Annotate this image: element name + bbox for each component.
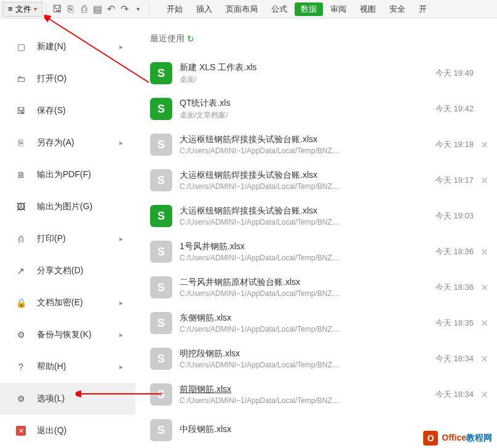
sidebar-item-label: 打开(O) (37, 73, 66, 84)
file-info: 大运枢纽钢筋焊接接头试验台账.xlsxC:/Users/ADMINI~1/App… (180, 134, 429, 155)
file-name: 大运枢纽钢筋焊接接头试验台账.xlsx (180, 206, 429, 217)
file-info: 前期钢筋.xlsxC:/Users/ADMINI~1/AppData/Local… (180, 384, 429, 405)
file-name: QT统计表.xls (180, 98, 429, 109)
sidebar-item[interactable]: ⎙打印(P)▸ (0, 223, 135, 255)
sidebar-item[interactable]: ⚙备份与恢复(K)▸ (0, 319, 135, 351)
sidebar-item-label: 选项(L) (37, 393, 65, 404)
remove-icon[interactable]: ✕ (480, 246, 488, 258)
remove-icon[interactable]: ✕ (480, 389, 488, 401)
remove-icon[interactable]: ✕ (480, 318, 488, 329)
spreadsheet-icon: S (150, 348, 172, 370)
chevron-right-icon: ▸ (119, 330, 123, 339)
ribbon-tab[interactable]: 安全 (383, 2, 412, 17)
spreadsheet-icon: S (150, 312, 172, 334)
file-path: 桌面/ (180, 74, 429, 85)
sidebar-item-label: 备份与恢复(K) (37, 329, 92, 340)
file-path: C:/Users/ADMINI~1/AppData/Local/Temp/BNZ… (180, 254, 429, 262)
ribbon-tab[interactable]: 数据 (295, 2, 323, 16)
sidebar-item-label: 退出(Q) (37, 425, 66, 436)
file-time: 今天 18:36 (435, 246, 474, 257)
sidebar-item[interactable]: ✕退出(Q) (0, 415, 135, 447)
remove-icon[interactable]: ✕ (480, 282, 488, 294)
file-info: 二号风井钢筋原材试验台账.xlsxC:/Users/ADMINI~1/AppDa… (180, 277, 429, 298)
recent-file-row[interactable]: S中段钢筋.xlsx (150, 412, 492, 448)
ribbon-tab[interactable]: 插入 (190, 2, 218, 17)
recent-file-row[interactable]: S明挖段钢筋.xlsxC:/Users/ADMINI~1/AppData/Loc… (150, 341, 492, 377)
toolbar-separator (149, 3, 149, 15)
sidebar-item[interactable]: 🖫保存(S) (0, 95, 135, 127)
chevron-right-icon: ▸ (119, 298, 123, 307)
backup-icon: ⚙ (15, 329, 27, 341)
spreadsheet-icon: S (150, 62, 172, 84)
sidebar-item[interactable]: 🖼输出为图片(G) (0, 191, 135, 223)
file-time: 今天 18:35 (435, 318, 474, 329)
chevron-right-icon: ▸ (119, 138, 123, 147)
print-preview-icon[interactable]: ▤ (93, 4, 103, 14)
recent-file-row[interactable]: S东侧钢筋.xlsxC:/Users/ADMINI~1/AppData/Loca… (150, 305, 492, 341)
dropdown-icon[interactable]: ▾ (133, 4, 143, 14)
file-name: 大运枢纽钢筋焊接接头试验台账.xlsx (180, 170, 429, 181)
recent-file-row[interactable]: S新建 XLS 工作表.xls桌面/今天 19:49 (150, 55, 492, 91)
spreadsheet-icon: S (150, 169, 172, 191)
sidebar-item[interactable]: ⎘另存为(A)▸ (0, 127, 135, 159)
file-time: 今天 19:42 (435, 103, 474, 114)
recent-file-row[interactable]: SQT统计表.xls桌面/文章档案/今天 19:42 (150, 91, 492, 127)
recent-file-row[interactable]: S前期钢筋.xlsxC:/Users/ADMINI~1/AppData/Loca… (150, 377, 492, 412)
sidebar-item[interactable]: ⚙选项(L) (0, 383, 135, 415)
file-info: 东侧钢筋.xlsxC:/Users/ADMINI~1/AppData/Local… (180, 313, 429, 334)
undo-icon[interactable]: ↶ (106, 4, 116, 14)
file-name: 中段钢筋.xlsx (180, 424, 467, 435)
save-as-icon[interactable]: ⎘ (66, 4, 76, 14)
file-menu-label: 文件 (15, 4, 31, 15)
ribbon-tab[interactable]: 开始 (161, 2, 189, 17)
encrypt-icon: 🔒 (15, 297, 27, 309)
ribbon-tab[interactable]: 视图 (354, 2, 382, 17)
recent-file-row[interactable]: S1号风井钢筋.xlsxC:/Users/ADMINI~1/AppData/Lo… (150, 234, 492, 270)
file-info: QT统计表.xls桌面/文章档案/ (180, 98, 429, 121)
sidebar-item[interactable]: 🔒文档加密(E)▸ (0, 287, 135, 319)
spreadsheet-icon: S (150, 134, 172, 156)
redo-icon[interactable]: ↷ (120, 4, 130, 14)
spreadsheet-icon: S (150, 419, 172, 441)
file-info: 新建 XLS 工作表.xls桌面/ (180, 62, 429, 85)
sidebar-item-label: 分享文档(D) (37, 265, 83, 276)
print-icon: ⎙ (15, 233, 27, 245)
sidebar-item[interactable]: 🗀打开(O) (0, 63, 135, 95)
recent-file-row[interactable]: S二号风井钢筋原材试验台账.xlsxC:/Users/ADMINI~1/AppD… (150, 270, 492, 305)
remove-icon[interactable]: ✕ (480, 353, 488, 365)
exit-icon: ✕ (15, 425, 27, 437)
ribbon-tab[interactable]: 开 (413, 2, 433, 17)
file-info: 1号风井钢筋.xlsxC:/Users/ADMINI~1/AppData/Loc… (180, 241, 429, 262)
print-icon[interactable]: ⎙ (79, 4, 89, 14)
file-menu-button[interactable]: ≡ 文件 ▾ (2, 2, 42, 17)
export-image-icon: 🖼 (15, 201, 27, 213)
spreadsheet-icon: S (150, 98, 172, 120)
sidebar-item[interactable]: ?帮助(H)▸ (0, 351, 135, 383)
recent-file-row[interactable]: S大运枢纽钢筋焊接接头试验台账.xlsxC:/Users/ADMINI~1/Ap… (150, 127, 492, 162)
file-path: C:/Users/ADMINI~1/AppData/Local/Temp/BNZ… (180, 146, 429, 155)
recent-file-row[interactable]: S大运枢纽钢筋焊接接头试验台账.xlsxC:/Users/ADMINI~1/Ap… (150, 198, 492, 234)
file-name: 明挖段钢筋.xlsx (180, 348, 429, 359)
remove-icon[interactable]: ✕ (480, 175, 488, 186)
spreadsheet-icon: S (150, 205, 172, 227)
share-icon: ↗ (15, 265, 27, 277)
refresh-icon[interactable]: ↻ (187, 34, 194, 44)
sidebar-item[interactable]: ▢新建(N)▸ (0, 31, 135, 63)
file-path: C:/Users/ADMINI~1/AppData/Local/Temp/BNZ… (180, 325, 429, 334)
sidebar-item-label: 打印(P) (37, 233, 66, 244)
file-menu-sidebar: ▢新建(N)▸🗀打开(O)🖫保存(S)⎘另存为(A)▸🗎输出为PDF(F)🖼输出… (0, 18, 135, 448)
save-icon[interactable]: 🖫 (52, 4, 62, 14)
sidebar-item[interactable]: 🗎输出为PDF(F) (0, 159, 135, 191)
ribbon-tab[interactable]: 审阅 (324, 2, 352, 17)
ribbon-tab[interactable]: 页面布局 (220, 2, 264, 17)
ribbon-tab[interactable]: 公式 (265, 2, 293, 17)
export-pdf-icon: 🗎 (15, 169, 27, 181)
remove-icon[interactable]: ✕ (480, 139, 488, 151)
sidebar-item[interactable]: ↗分享文档(D) (0, 255, 135, 287)
file-info: 中段钢筋.xlsx (180, 424, 467, 436)
recent-file-row[interactable]: S大运枢纽钢筋焊接接头试验台账.xlsxC:/Users/ADMINI~1/Ap… (150, 162, 492, 198)
file-info: 明挖段钢筋.xlsxC:/Users/ADMINI~1/AppData/Loca… (180, 348, 429, 369)
sidebar-item-label: 帮助(H) (37, 361, 66, 372)
file-name: 新建 XLS 工作表.xls (180, 62, 429, 73)
sidebar-item-label: 输出为PDF(F) (37, 169, 91, 180)
